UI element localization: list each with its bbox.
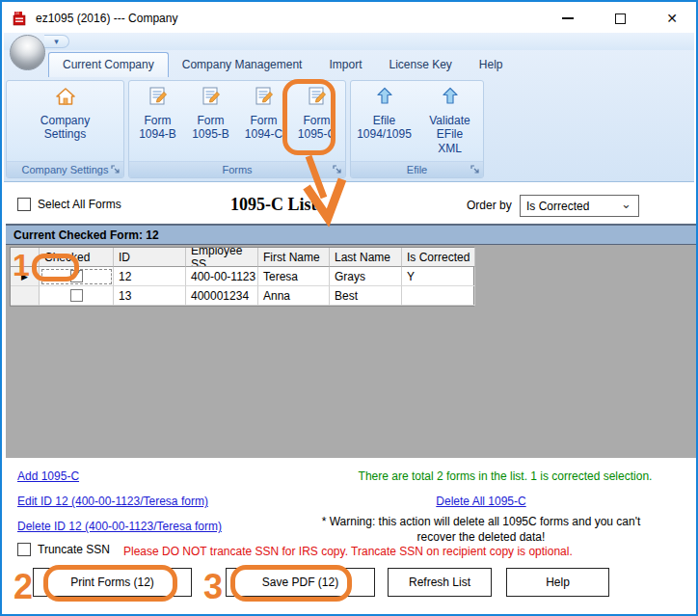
- form-1094c-button[interactable]: Form 1094-C: [238, 81, 289, 161]
- group-label-forms: Forms: [222, 164, 252, 175]
- row-selector-icon: ▶: [21, 272, 28, 281]
- tab-license-key[interactable]: License Key: [375, 53, 465, 77]
- dialog-launcher-icon[interactable]: [470, 165, 480, 174]
- form-edit-icon: [307, 87, 328, 106]
- tab-help[interactable]: Help: [466, 53, 517, 77]
- row2-checkbox[interactable]: [70, 289, 83, 302]
- row-selector-cell[interactable]: [11, 286, 40, 306]
- group-footer-company-settings: Company Settings: [7, 161, 123, 177]
- checkbox-icon: [17, 198, 31, 211]
- row1-id[interactable]: 12: [114, 267, 186, 286]
- delete-id12-link[interactable]: Delete ID 12 (400-00-1123/Teresa form): [17, 520, 222, 533]
- dialog-launcher-icon[interactable]: [333, 165, 342, 174]
- row2-id[interactable]: 13: [114, 286, 186, 306]
- table-row: 13 400001234 Anna Best: [11, 286, 473, 306]
- tab-import[interactable]: Import: [315, 53, 375, 77]
- column-header-employee-ss[interactable]: Employee SS: [186, 248, 258, 267]
- dialog-launcher-icon[interactable]: [111, 165, 121, 174]
- column-header-first-name[interactable]: First Name: [258, 248, 330, 267]
- select-all-forms-checkbox[interactable]: Select All Forms: [17, 198, 121, 211]
- quick-access-toolbar: [4, 33, 694, 50]
- list-toolbar: Select All Forms 1095-C List Order by Is…: [4, 182, 694, 224]
- column-header-last-name[interactable]: Last Name: [330, 248, 402, 267]
- form-1094c-label: Form 1094-C: [245, 114, 282, 142]
- column-header-id[interactable]: ID: [114, 248, 186, 267]
- checkbox-icon: [17, 543, 31, 556]
- help-button[interactable]: Help: [506, 568, 609, 597]
- title-bar: 24 ez1095 (2016) --- Company ✕: [4, 4, 694, 33]
- form-1095c-button[interactable]: Form 1095-C: [291, 81, 342, 161]
- app-window: 24 ez1095 (2016) --- Company ✕ ▾ Current…: [0, 0, 698, 616]
- truncate-ssn-checkbox[interactable]: Truncate SSN: [17, 543, 110, 556]
- validate-efile-xml-label: Validate EFile XML: [429, 114, 470, 155]
- ribbon: ▾ Current Company Company Management Imp…: [4, 33, 694, 182]
- grid-header-row: Checked ID Employee SS First Name Last N…: [11, 248, 473, 267]
- truncate-warning-text: Please DO NOT trancate SSN for IRS copy.…: [123, 545, 573, 558]
- application-menu-orb[interactable]: [10, 35, 45, 70]
- group-footer-efile: Efile: [351, 161, 483, 177]
- order-by-dropdown[interactable]: Is Corrected ⌄: [520, 195, 639, 217]
- close-button[interactable]: ✕: [658, 6, 686, 31]
- efile-1094-1095-label: Efile 1094/1095: [357, 114, 412, 142]
- forms-grid: Checked ID Employee SS First Name Last N…: [10, 247, 474, 307]
- lower-section: Add 1095-C Edit ID 12 (400-00-1123/Teres…: [4, 458, 694, 612]
- qat-dropdown-button[interactable]: ▾: [44, 35, 69, 48]
- row1-ssn[interactable]: 400-00-1123: [186, 267, 258, 286]
- row1-last-name[interactable]: Grays: [330, 267, 402, 286]
- row2-is-corrected[interactable]: [402, 286, 475, 306]
- ribbon-body: Company Settings Company Settings: [4, 77, 694, 181]
- qat-dropdown-icon: ▾: [54, 37, 59, 46]
- row1-checkbox[interactable]: ✔: [70, 270, 83, 282]
- minimize-button[interactable]: [553, 6, 582, 31]
- form-1094b-button[interactable]: Form 1094-B: [132, 81, 183, 161]
- svg-text:24: 24: [15, 12, 19, 15]
- column-header-is-corrected[interactable]: Is Corrected: [402, 248, 475, 267]
- table-row: ▶ ✔ 12 400-00-1123 Teresa Grays Y: [11, 267, 473, 286]
- row1-is-corrected[interactable]: Y: [402, 267, 475, 286]
- page-title: 1095-C List: [230, 195, 317, 215]
- row2-ssn[interactable]: 400001234: [186, 286, 258, 306]
- group-company-settings: Company Settings Company Settings: [6, 80, 124, 178]
- home-icon: [55, 87, 76, 106]
- grid-corner-cell: [11, 248, 40, 267]
- forms-total-status: There are total 2 forms in the list. 1 i…: [322, 469, 688, 483]
- form-1095b-label: Form 1095-B: [192, 114, 229, 142]
- edit-id12-link[interactable]: Edit ID 12 (400-00-1123/Teresa form): [17, 495, 208, 508]
- group-footer-forms: Forms: [129, 161, 345, 177]
- row1-checked-cell[interactable]: ✔: [40, 267, 114, 286]
- app-icon: 24: [12, 11, 28, 27]
- minimize-icon: [562, 17, 574, 19]
- validate-efile-xml-button[interactable]: Validate EFile XML: [418, 81, 482, 161]
- efile-1094-1095-button[interactable]: Efile 1094/1095: [353, 81, 416, 161]
- form-edit-icon: [148, 87, 169, 106]
- print-forms-button[interactable]: Print Forms (12): [33, 568, 192, 597]
- form-1095b-button[interactable]: Form 1095-B: [185, 81, 236, 161]
- order-by-value: Is Corrected: [526, 200, 589, 213]
- row2-checked-cell[interactable]: [40, 286, 114, 306]
- tab-current-company[interactable]: Current Company: [48, 52, 169, 77]
- close-icon: ✕: [666, 11, 678, 26]
- select-all-forms-label: Select All Forms: [38, 198, 121, 211]
- upload-arrow-icon: [441, 87, 460, 106]
- form-edit-icon: [254, 87, 275, 106]
- row1-first-name[interactable]: Teresa: [258, 267, 330, 286]
- company-settings-button[interactable]: Company Settings: [13, 81, 119, 161]
- ribbon-tab-row: Current Company Company Management Impor…: [4, 50, 694, 77]
- group-label-efile: Efile: [407, 164, 427, 175]
- column-header-checked[interactable]: Checked: [40, 248, 114, 267]
- add-1095c-link[interactable]: Add 1095-C: [17, 469, 79, 483]
- check-icon: ✔: [71, 268, 81, 281]
- row2-last-name[interactable]: Best: [330, 286, 402, 306]
- delete-all-1095c-link[interactable]: Delete All 1095-C: [436, 495, 525, 508]
- window-title: ez1095 (2016) --- Company: [36, 12, 177, 25]
- upload-arrow-icon: [375, 87, 394, 106]
- delete-warning-text: * Warning: this action will delete all 1…: [303, 514, 659, 545]
- tab-company-management[interactable]: Company Management: [169, 53, 316, 77]
- row-selector-cell[interactable]: ▶: [11, 267, 40, 286]
- save-pdf-button[interactable]: Save PDF (12): [226, 568, 375, 597]
- row2-first-name[interactable]: Anna: [258, 286, 330, 306]
- refresh-list-button[interactable]: Refresh List: [388, 568, 492, 597]
- group-label-company-settings: Company Settings: [22, 164, 109, 175]
- company-settings-label: Company Settings: [40, 114, 90, 142]
- maximize-button[interactable]: [605, 6, 634, 31]
